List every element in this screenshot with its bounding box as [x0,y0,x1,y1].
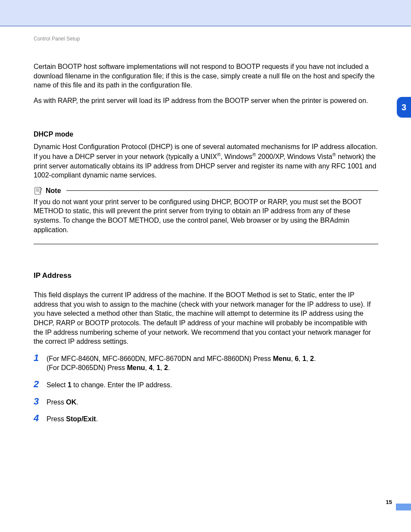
key-2: 2 [164,364,168,371]
step-body: (For MFC-8460N, MFC-8660DN, MFC-8670DN a… [47,354,378,373]
text: , [306,355,310,362]
key-1: 1 [68,381,72,389]
key-4: 4 [149,364,153,371]
svg-rect-0 [35,187,41,195]
top-band [0,0,411,26]
text: , [153,364,156,371]
page-number: 15 [386,498,392,506]
ip-address-body: This field displays the current IP addre… [34,290,378,346]
intro-paragraph-2: As with RARP, the print server will load… [34,96,378,106]
step-3: 3 Press OK. [34,398,378,407]
registered-symbol: ® [252,152,256,157]
note-label: Note [46,186,61,196]
step-list: 1 (For MFC-8460N, MFC-8660DN, MFC-8670DN… [34,354,378,424]
key-stop-exit: Stop/Exit [66,415,96,423]
text: , [291,355,295,362]
ip-address-heading: IP Address [34,271,378,281]
key-menu: Menu [127,364,145,371]
text: Select [47,381,68,389]
key-1: 1 [302,355,306,362]
text: (For MFC-8460N, MFC-8660DN, MFC-8670DN a… [47,355,273,362]
page-content: Control Panel Setup Certain BOOTP host s… [34,35,378,432]
step-2: 2 Select 1 to change. Enter the IP addre… [34,380,378,390]
note-header: Note [34,186,378,196]
text: . [314,355,316,362]
note-bottom-rule [34,244,378,244]
bottom-accent-bar [396,504,411,510]
text: , Windows [221,153,252,160]
step-body: Select 1 to change. Enter the IP address… [47,380,378,390]
key-ok: OK [66,398,76,406]
dhcp-mode-body: Dynamic Host Configuration Protocol (DHC… [34,142,378,180]
chapter-tab: 3 [397,97,411,118]
text: to change. Enter the IP address. [72,381,172,389]
chapter-tab-number: 3 [402,102,406,113]
dhcp-mode-heading: DHCP mode [34,130,378,139]
intro-paragraph-1: Certain BOOTP host software implementati… [34,62,378,90]
text: . [76,398,78,406]
note-body: If you do not want your print server to … [34,197,378,234]
note-header-rule [66,190,378,191]
text: Press [47,415,66,423]
key-2: 2 [310,355,314,362]
key-6: 6 [295,355,299,362]
text: . [96,415,98,423]
note-block: Note If you do not want your print serve… [34,186,378,244]
step-1: 1 (For MFC-8460N, MFC-8660DN, MFC-8670DN… [34,354,378,373]
key-1: 1 [156,364,160,371]
running-head: Control Panel Setup [34,35,378,42]
key-menu: Menu [273,355,291,362]
note-icon [34,186,43,196]
step-number: 4 [34,414,47,423]
top-hairline [0,26,411,26]
text: Press [47,398,66,406]
text: , [299,355,302,362]
text: (For DCP-8065DN) Press [47,364,127,371]
step-number: 3 [34,397,47,406]
text: 2000/XP, Windows Vista [256,153,332,160]
text: . [168,364,170,371]
step-body: Press Stop/Exit. [47,414,378,424]
step-number: 1 [34,353,47,363]
text: , [160,364,164,371]
step-body: Press OK. [47,398,378,407]
step-number: 2 [34,380,47,389]
registered-symbol: ® [217,152,221,157]
step-4: 4 Press Stop/Exit. [34,414,378,424]
